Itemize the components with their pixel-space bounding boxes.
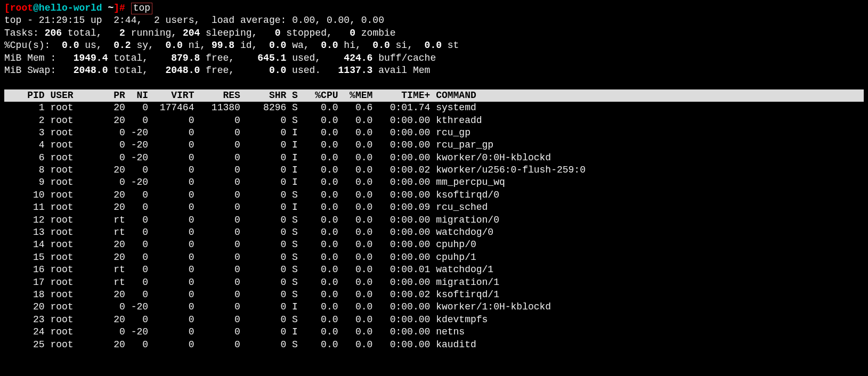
process-row[interactable]: 11 root 20 0 0 0 0 I 0.0 0.0 0:00.09 rcu… [4,201,864,214]
prompt-bracket-open: [ [4,3,10,13]
process-row[interactable]: 1 root 20 0 177464 11380 8296 S 0.0 0.6 … [4,102,864,114]
prompt-cwd: ~ [108,3,113,13]
process-row[interactable]: 2 root 20 0 0 0 0 S 0.0 0.0 0:00.00 kthr… [4,115,864,127]
process-row[interactable]: 18 root 20 0 0 0 0 S 0.0 0.0 0:00.02 kso… [4,289,864,301]
prompt-at: @ [33,3,39,13]
shell-prompt[interactable]: [root@hello-world ~]# top [4,2,864,14]
process-table-body[interactable]: 1 root 20 0 177464 11380 8296 S 0.0 0.6 … [4,102,864,351]
process-row[interactable]: 20 root 0 -20 0 0 0 I 0.0 0.0 0:00.00 kw… [4,301,864,313]
top-summary-line1: top - 21:29:15 up 2:44, 2 users, load av… [4,14,864,27]
top-summary-cpu: %Cpu(s): 0.0 us, 0.2 sy, 0.0 ni, 99.8 id… [4,39,864,52]
process-row[interactable]: 9 root 0 -20 0 0 0 I 0.0 0.0 0:00.00 mm_… [4,176,864,189]
process-row[interactable]: 14 root 20 0 0 0 0 S 0.0 0.0 0:00.00 cpu… [4,239,864,251]
prompt-user: root [10,3,33,13]
process-row[interactable]: 24 root 0 -20 0 0 0 I 0.0 0.0 0:00.00 ne… [4,326,864,338]
process-row[interactable]: 8 root 20 0 0 0 0 I 0.0 0.0 0:00.02 kwor… [4,164,864,176]
process-row[interactable]: 15 root 20 0 0 0 0 S 0.0 0.0 0:00.00 cpu… [4,251,864,264]
blank-line [4,77,864,89]
top-summary-swap: MiB Swap: 2048.0 total, 2048.0 free, 0.0… [4,64,864,77]
process-row[interactable]: 12 root rt 0 0 0 0 S 0.0 0.0 0:00.00 mig… [4,214,864,226]
process-row[interactable]: 13 root rt 0 0 0 0 S 0.0 0.0 0:00.00 wat… [4,226,864,239]
process-row[interactable]: 25 root 20 0 0 0 0 S 0.0 0.0 0:00.00 kau… [4,339,864,351]
top-summary-tasks: Tasks: 206 total, 2 running, 204 sleepin… [4,27,864,39]
prompt-bracket-close: ]# [113,3,125,13]
process-table-header[interactable]: PID USER PR NI VIRT RES SHR S %CPU %MEM … [4,89,864,102]
process-row[interactable]: 10 root 20 0 0 0 0 S 0.0 0.0 0:00.00 kso… [4,189,864,201]
top-summary-mem: MiB Mem : 1949.4 total, 879.8 free, 645.… [4,52,864,64]
process-row[interactable]: 17 root rt 0 0 0 0 S 0.0 0.0 0:00.00 mig… [4,276,864,289]
process-row[interactable]: 3 root 0 -20 0 0 0 I 0.0 0.0 0:00.00 rcu… [4,127,864,139]
prompt-host: hello-world [39,3,102,13]
process-row[interactable]: 23 root 20 0 0 0 0 S 0.0 0.0 0:00.00 kde… [4,314,864,326]
process-row[interactable]: 16 root rt 0 0 0 0 S 0.0 0.0 0:00.01 wat… [4,264,864,276]
command-entered: top [131,3,152,14]
process-row[interactable]: 4 root 0 -20 0 0 0 I 0.0 0.0 0:00.00 rcu… [4,139,864,151]
process-row[interactable]: 6 root 0 -20 0 0 0 I 0.0 0.0 0:00.00 kwo… [4,152,864,164]
